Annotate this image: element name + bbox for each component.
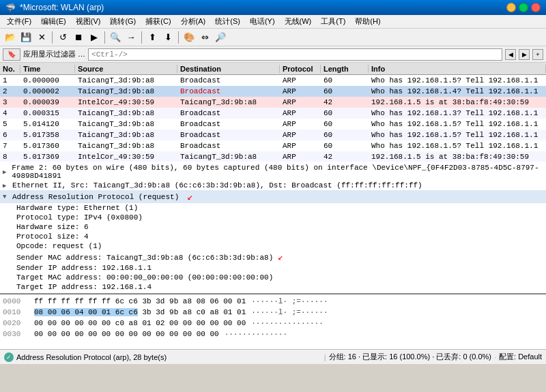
arp-section[interactable]: ▼ Address Resolution Protocol (request) … bbox=[0, 190, 546, 203]
hex-bytes: ff ff ff ff ff ff 6c c6 3b 3d 9b a8 08 0… bbox=[34, 297, 246, 305]
cell: 60 bbox=[321, 131, 369, 139]
filter-label: 应用显示过滤器 … bbox=[23, 49, 85, 59]
hex-area: 0000ff ff ff ff ff ff 6c c6 3b 3d 9b a8 … bbox=[0, 295, 546, 349]
arp-field-line: Hardware type: Ethernet (1) bbox=[0, 203, 546, 213]
cell: 42 bbox=[321, 153, 369, 161]
table-row[interactable]: 55.014120TaicangT_3d:9b:a8BroadcastARP60… bbox=[0, 119, 546, 130]
close-button[interactable] bbox=[531, 3, 541, 12]
cell: 4 bbox=[0, 109, 20, 117]
cell: Who has 192.168.1.5? Tell 192.168.1.1 bbox=[369, 76, 546, 85]
menu-item-h[interactable]: 帮助(H) bbox=[351, 16, 384, 27]
toolbar-resize[interactable]: ⇔ bbox=[197, 30, 212, 45]
status-protocol: Address Resolution Protocol (arp), 28 by… bbox=[16, 353, 321, 361]
toolbar-next[interactable]: ⬇ bbox=[160, 30, 175, 45]
filter-input[interactable] bbox=[88, 48, 502, 61]
menu-item-v[interactable]: 视图(V) bbox=[72, 16, 105, 27]
filter-bookmark[interactable]: 🔖 bbox=[3, 48, 20, 61]
table-row[interactable]: 40.000315TaicangT_3d:9b:a8BroadcastARP60… bbox=[0, 108, 546, 119]
menu-item-y[interactable]: 电话(Y) bbox=[246, 16, 279, 27]
cell: 42 bbox=[321, 98, 369, 106]
cell: 60 bbox=[321, 142, 369, 150]
hex-row: 001008 00 06 04 00 01 6c c6 3b 3d 9b a8 … bbox=[3, 307, 543, 318]
hex-offset: 0020 bbox=[3, 319, 29, 327]
table-row[interactable]: 85.017369IntelCor_49:30:59TaicangT_3d:9b… bbox=[0, 151, 546, 162]
toolbar-reload[interactable]: ↺ bbox=[55, 30, 70, 45]
table-row[interactable]: 65.017358TaicangT_3d:9b:a8BroadcastARP60… bbox=[0, 130, 546, 140]
cell: 2 bbox=[0, 87, 20, 95]
cell: 60 bbox=[321, 87, 369, 95]
col-source: Source bbox=[75, 65, 177, 73]
filter-next-btn[interactable]: ▶ bbox=[519, 49, 530, 60]
menu-item-c[interactable]: 捕获(C) bbox=[141, 16, 175, 27]
toolbar-close[interactable]: ✕ bbox=[34, 30, 49, 45]
cell: ARP bbox=[280, 153, 321, 161]
arp-field-line: Hardware size: 6 bbox=[0, 222, 546, 232]
cell: ARP bbox=[280, 142, 321, 150]
eth-expand-icon: ▶ bbox=[3, 182, 10, 190]
table-row[interactable]: 10.000000TaicangT_3d:9b:a8BroadcastARP60… bbox=[0, 75, 546, 86]
cell: Who has 192.168.1.5? Tell 192.168.1.1 bbox=[369, 120, 546, 128]
arp-field-line: Sender IP address: 192.168.1.1 bbox=[0, 263, 546, 273]
menu-item-w[interactable]: 无线(W) bbox=[281, 16, 316, 27]
toolbar-color[interactable]: 🎨 bbox=[182, 30, 197, 45]
table-row[interactable]: 30.000039IntelCor_49:30:59TaicangT_3d:9b… bbox=[0, 97, 546, 108]
cell: Broadcast bbox=[177, 120, 280, 128]
status-divider-2: · bbox=[494, 353, 496, 361]
cell: 8 bbox=[0, 153, 20, 161]
table-row[interactable]: 20.000002TaicangT_3d:9b:a8BroadcastARP60… bbox=[0, 86, 546, 97]
minimize-button[interactable] bbox=[506, 3, 516, 12]
hex-rows: 0000ff ff ff ff ff ff 6c c6 3b 3d 9b a8 … bbox=[3, 296, 543, 340]
cell: 5.017369 bbox=[20, 153, 75, 161]
packet-list-header: No. Time Source Destination Protocol Len… bbox=[0, 63, 546, 75]
status-segments: 分组: 16 · 已显示: 16 (100.0%) · 已丢弃: 0 (0.0%… bbox=[329, 352, 491, 362]
toolbar-prev[interactable]: ⬆ bbox=[145, 30, 160, 45]
menu-item-e[interactable]: 编辑(E) bbox=[37, 16, 70, 27]
menu-item-s[interactable]: 统计(S) bbox=[211, 16, 244, 27]
toolbar-goto[interactable]: → bbox=[124, 30, 139, 45]
cell: 0.000039 bbox=[20, 98, 75, 106]
filter-bar: 🔖 应用显示过滤器 … ◀ ▶ + bbox=[0, 46, 546, 63]
toolbar-sep-3 bbox=[141, 31, 142, 44]
hex-ascii: ······l· ;=······ bbox=[251, 308, 328, 316]
arp-field-line: Target MAC address: 00:00:00_00:00:00 (0… bbox=[0, 273, 546, 282]
menu-item-g[interactable]: 跳转(G) bbox=[106, 16, 140, 27]
filter-plus-btn[interactable]: + bbox=[532, 49, 543, 60]
detail-area[interactable]: ▶ Frame 2: 60 bytes on wire (480 bits), … bbox=[0, 162, 546, 295]
menu-item-t[interactable]: 工具(T) bbox=[317, 16, 349, 27]
cell: ARP bbox=[280, 109, 321, 117]
cell: 0.000002 bbox=[20, 87, 75, 95]
frame-section[interactable]: ▶ Frame 2: 60 bytes on wire (480 bits), … bbox=[0, 163, 546, 181]
cell: Broadcast bbox=[177, 109, 280, 117]
menu-item-f[interactable]: 文件(F) bbox=[3, 16, 35, 27]
toolbar-start[interactable]: ▶ bbox=[87, 30, 102, 45]
status-bar: ✓ Address Resolution Protocol (arp), 28 … bbox=[0, 349, 546, 364]
cell: Who has 192.168.1.5? Tell 192.168.1.1 bbox=[369, 131, 546, 139]
arp-header: Address Resolution Protocol (request) bbox=[12, 193, 179, 201]
hex-ascii: ·············· bbox=[225, 330, 287, 338]
arp-fields: Hardware type: Ethernet (1)Protocol type… bbox=[0, 203, 546, 292]
col-time: Time bbox=[20, 65, 75, 73]
ethernet-info: Ethernet II, Src: TaicangT_3d:9b:a8 (6c:… bbox=[12, 181, 422, 190]
ethernet-section[interactable]: ▶ Ethernet II, Src: TaicangT_3d:9b:a8 (6… bbox=[0, 181, 546, 190]
hex-row: 003000 00 00 00 00 00 00 00 00 00 00 00 … bbox=[3, 329, 543, 340]
toolbar-zoom[interactable]: 🔎 bbox=[213, 30, 228, 45]
cell: IntelCor_49:30:59 bbox=[75, 153, 177, 161]
toolbar-find[interactable]: 🔍 bbox=[108, 30, 123, 45]
toolbar-open[interactable]: 📂 bbox=[3, 30, 18, 45]
menu-item-a[interactable]: 分析(A) bbox=[177, 16, 210, 27]
maximize-button[interactable] bbox=[519, 3, 528, 12]
table-row[interactable]: 75.017360TaicangT_3d:9b:a8BroadcastARP60… bbox=[0, 140, 546, 151]
toolbar-save[interactable]: 💾 bbox=[18, 30, 33, 45]
cell: TaicangT_3d:9b:a8 bbox=[75, 76, 177, 85]
packet-list: No. Time Source Destination Protocol Len… bbox=[0, 63, 546, 162]
cell: Broadcast bbox=[177, 87, 280, 95]
hex-ascii: ················ bbox=[251, 319, 324, 327]
cell: IntelCor_49:30:59 bbox=[75, 98, 177, 106]
cell: 5 bbox=[0, 120, 20, 128]
cell: 5.014120 bbox=[20, 120, 75, 128]
filter-prev-btn[interactable]: ◀ bbox=[505, 49, 516, 60]
arp-arrow: ↙ bbox=[187, 191, 192, 202]
toolbar-stop[interactable]: ⏹ bbox=[71, 30, 86, 45]
hex-offset: 0030 bbox=[3, 330, 29, 338]
cell: 60 bbox=[321, 109, 369, 117]
